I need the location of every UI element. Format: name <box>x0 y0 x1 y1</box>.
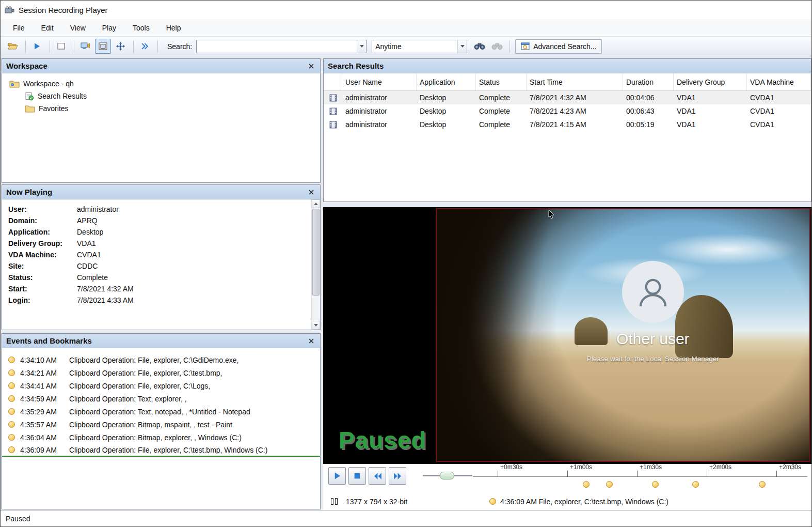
tree-item-label: Workspace - qh <box>23 80 74 88</box>
chevron-down-icon[interactable] <box>357 40 366 53</box>
now-playing-details: User:administrator Domain:APRQ Applicati… <box>2 199 320 330</box>
cell-user-name: administrator <box>342 94 417 102</box>
menu-item-play[interactable]: Play <box>94 20 124 36</box>
field-label: Start: <box>8 285 77 293</box>
move-arrows-icon <box>116 42 125 51</box>
display-mode-button[interactable] <box>77 39 93 54</box>
menu-item-help[interactable]: Help <box>158 20 189 36</box>
menu-item-tools[interactable]: Tools <box>124 20 158 36</box>
play-toolbar-button[interactable] <box>29 39 45 54</box>
scrollbar-up-button[interactable] <box>312 199 320 208</box>
events-list: 4:34:10 AMClipboard Operation: File, exp… <box>2 348 320 509</box>
event-text: Clipboard Operation: Bitmap, explorer, ,… <box>69 433 242 442</box>
tree-item-workspace[interactable]: Workspace - qh <box>2 78 320 90</box>
time-filter-value: Anytime <box>372 42 457 51</box>
menu-item-view[interactable]: View <box>62 20 94 36</box>
search-up-button[interactable] <box>489 39 505 54</box>
now-playing-scrollbar[interactable] <box>311 199 320 330</box>
tree-item-favorites[interactable]: Favorites <box>2 102 320 115</box>
timeline-event-marker[interactable] <box>759 481 766 488</box>
event-item[interactable]: 4:35:57 AMClipboard Operation: Bitmap, m… <box>2 418 320 431</box>
column-header-user-name[interactable]: User Name <box>342 73 417 90</box>
now-playing-panel: Now Playing User:administrator Domain:AP… <box>2 184 321 330</box>
stop-button[interactable] <box>348 467 366 485</box>
events-panel-title: Events and Bookmarks <box>6 336 92 345</box>
events-close-button[interactable] <box>307 336 316 346</box>
field-label: User: <box>8 205 77 213</box>
table-row[interactable]: administrator Desktop Complete 7/8/2021 … <box>324 104 811 118</box>
frame-fit-icon <box>99 42 107 50</box>
menu-item-edit[interactable]: Edit <box>33 20 62 36</box>
event-marker-icon <box>8 446 15 453</box>
folder-icon <box>25 104 35 113</box>
rewind-button[interactable] <box>369 467 386 485</box>
app-icon <box>5 6 14 14</box>
video-area: Other user Please wait for the Local Ses… <box>323 207 811 464</box>
now-playing-close-button[interactable] <box>307 188 316 197</box>
field-label: Application: <box>8 228 77 236</box>
event-text: Clipboard Operation: Bitmap, mspaint, , … <box>69 421 232 429</box>
original-size-button[interactable] <box>95 39 111 54</box>
paused-overlay: Paused <box>339 426 426 454</box>
timeline-ruler[interactable]: +0m30s +1m00s +1m30s +2m00s +2m30s <box>473 464 807 478</box>
advanced-search-button[interactable]: Advanced Search... <box>515 39 602 54</box>
snapshot-button[interactable] <box>53 39 69 54</box>
event-item[interactable]: 4:34:59 AMClipboard Operation: Text, exp… <box>2 392 320 405</box>
timeline-event-marker[interactable] <box>583 481 590 488</box>
tree-item-search-results[interactable]: Search Results <box>2 90 320 102</box>
table-row[interactable]: administrator Desktop Complete 7/8/2021 … <box>324 91 811 104</box>
event-marker-icon <box>8 434 15 441</box>
chevron-down-icon[interactable] <box>457 40 467 53</box>
table-row[interactable]: administrator Desktop Complete 7/8/2021 … <box>324 118 811 131</box>
cell-delivery-group: VDA1 <box>674 120 747 129</box>
more-tools-button[interactable] <box>137 39 153 54</box>
close-icon <box>309 338 314 344</box>
field-value: Desktop <box>77 228 310 236</box>
timeline-label: +1m30s <box>640 463 662 471</box>
event-item[interactable]: 4:34:41 AMClipboard Operation: File, exp… <box>2 379 320 392</box>
table-header-row: User Name Application Status Start Time … <box>324 73 811 91</box>
workspace-close-button[interactable] <box>307 61 316 71</box>
event-item[interactable]: 4:34:21 AMClipboard Operation: File, exp… <box>2 366 320 379</box>
cell-user-name: administrator <box>342 107 417 115</box>
event-item[interactable]: 4:36:04 AMClipboard Operation: Bitmap, e… <box>2 431 320 444</box>
column-header-vda-machine[interactable]: VDA Machine <box>747 73 811 90</box>
statusbar: Paused <box>1 510 811 526</box>
cell-status: Complete <box>476 120 527 129</box>
column-header-status[interactable]: Status <box>476 73 527 90</box>
column-header-delivery-group[interactable]: Delivery Group <box>674 73 747 90</box>
pan-button[interactable] <box>113 39 129 54</box>
fast-forward-button[interactable] <box>389 467 406 485</box>
slider-handle[interactable] <box>440 472 454 479</box>
play-icon <box>33 42 41 50</box>
timeline-label: +2m00s <box>709 463 731 471</box>
event-item-selected[interactable]: 4:36:09 AMClipboard Operation: File, exp… <box>2 444 320 457</box>
time-filter-combobox[interactable]: Anytime <box>372 40 467 53</box>
timeline-label: +2m30s <box>779 463 801 471</box>
close-icon <box>309 64 314 69</box>
timeline-event-marker[interactable] <box>606 481 613 488</box>
field-value: APRQ <box>77 216 310 225</box>
frame-blank-icon <box>57 42 66 50</box>
event-marker-icon <box>8 408 15 415</box>
cell-application: Desktop <box>417 120 476 129</box>
field-value: 7/8/2021 4:33 AM <box>77 296 310 304</box>
menu-item-file[interactable]: File <box>5 20 33 36</box>
event-text: Clipboard Operation: File, explorer, C:\… <box>69 446 267 454</box>
scrollbar-down-button[interactable] <box>312 321 320 330</box>
play-button[interactable] <box>328 467 346 485</box>
open-file-button[interactable] <box>5 39 21 54</box>
wait-message: Please wait for the Local Session Manage… <box>587 355 719 363</box>
column-header-application[interactable]: Application <box>417 73 476 90</box>
column-header-duration[interactable]: Duration <box>623 73 674 90</box>
timeline-event-marker[interactable] <box>652 481 659 488</box>
speed-slider[interactable] <box>423 467 472 484</box>
search-down-button[interactable] <box>471 39 487 54</box>
search-input[interactable] <box>197 41 357 52</box>
timeline-event-marker[interactable] <box>692 481 699 488</box>
column-header-start-time[interactable]: Start Time <box>527 73 623 90</box>
search-combobox[interactable] <box>196 40 367 53</box>
event-item[interactable]: 4:35:29 AMClipboard Operation: Text, not… <box>2 405 320 418</box>
event-item[interactable]: 4:34:10 AMClipboard Operation: File, exp… <box>2 353 320 366</box>
scrollbar-thumb[interactable] <box>312 209 320 296</box>
